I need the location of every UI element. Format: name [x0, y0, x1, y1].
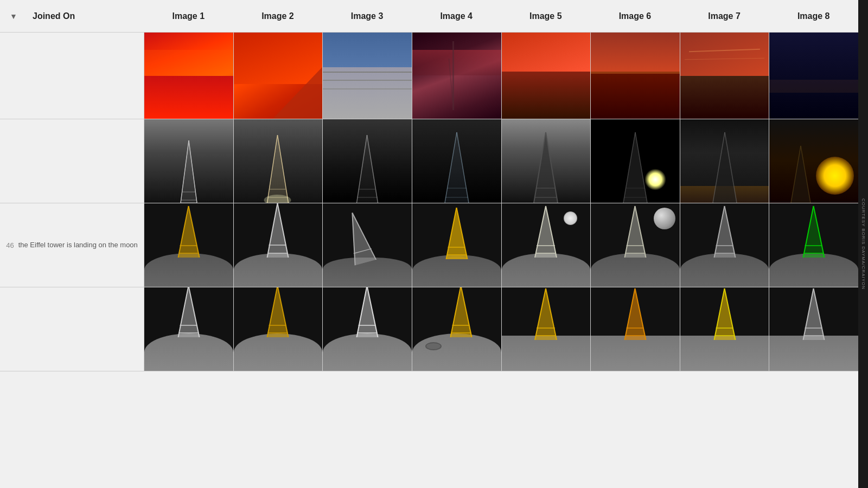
- image-cell[interactable]: [322, 287, 412, 371]
- tower-svg: [263, 203, 293, 258]
- image-cell[interactable]: [412, 119, 501, 203]
- col-header-8: Image 8: [769, 11, 858, 21]
- row-label-cell: [0, 287, 144, 371]
- svg-marker-99: [535, 288, 557, 340]
- tower-svg: [614, 130, 657, 203]
- tower-svg: [353, 287, 382, 337]
- svg-marker-35: [791, 146, 810, 203]
- tower-svg: [799, 203, 829, 258]
- tower-svg: [347, 132, 388, 203]
- svg-marker-27: [623, 132, 647, 203]
- col-header-5: Image 5: [501, 11, 591, 21]
- tower-svg: [710, 203, 739, 258]
- image-cell[interactable]: [322, 119, 412, 203]
- image-cell[interactable]: [680, 119, 769, 203]
- image-cell[interactable]: [233, 287, 323, 371]
- svg-marker-22: [534, 132, 558, 203]
- svg-marker-43: [267, 203, 289, 258]
- tower-svg: [529, 203, 562, 258]
- row-images: [144, 33, 858, 119]
- image-cell[interactable]: [322, 33, 412, 119]
- image-cell[interactable]: [501, 119, 591, 203]
- tower-svg: [263, 287, 293, 337]
- tower-svg: [174, 287, 203, 337]
- image-cell[interactable]: [144, 287, 233, 371]
- image-cell[interactable]: [680, 203, 769, 287]
- image-cell[interactable]: [590, 203, 680, 287]
- image-cell[interactable]: [590, 287, 680, 371]
- col-header-7: Image 7: [680, 11, 769, 21]
- image-cell[interactable]: [680, 33, 769, 119]
- image-cell[interactable]: [680, 287, 769, 371]
- table-row: [0, 119, 858, 203]
- image-cell[interactable]: [412, 203, 501, 287]
- col-header-2: Image 2: [233, 11, 323, 21]
- svg-marker-32: [713, 132, 737, 203]
- svg-marker-38: [178, 206, 199, 258]
- row-images: [144, 203, 858, 287]
- table-row: [0, 33, 858, 119]
- svg-marker-3: [181, 140, 197, 203]
- image-cell[interactable]: [322, 203, 412, 287]
- svg-marker-84: [267, 287, 289, 337]
- row-label-cell: [0, 119, 144, 203]
- tower-svg: [703, 130, 746, 203]
- tower-svg: [799, 287, 829, 340]
- image-cell[interactable]: [769, 287, 858, 371]
- joined-on-header: Joined On: [27, 11, 144, 21]
- image-cell[interactable]: [769, 203, 858, 287]
- tower-svg: [620, 203, 650, 258]
- tower-svg: [435, 130, 478, 203]
- svg-marker-109: [714, 288, 735, 340]
- tower-svg: [524, 130, 567, 203]
- row-label-cell: 46 the Eiffel tower is landing on the mo…: [0, 203, 144, 287]
- main-table: ▼ Joined On Image 1 Image 2 Image 3 Imag…: [0, 0, 858, 488]
- filter-icon[interactable]: ▼: [10, 12, 17, 21]
- image-cell[interactable]: [769, 33, 858, 119]
- svg-marker-79: [178, 287, 199, 337]
- svg-marker-6: [267, 135, 289, 203]
- image-cell[interactable]: [233, 203, 323, 287]
- tower-svg: [442, 205, 471, 259]
- tower-svg: [170, 138, 208, 203]
- svg-marker-52: [446, 208, 467, 259]
- svg-marker-17: [445, 132, 469, 203]
- filter-icon-cell[interactable]: ▼: [0, 12, 27, 21]
- tower-svg: [784, 143, 817, 203]
- tower-svg: [258, 132, 298, 203]
- image-cell[interactable]: [412, 33, 501, 119]
- table-row: 46 the Eiffel tower is landing on the mo…: [0, 203, 858, 287]
- image-cell[interactable]: [501, 33, 591, 119]
- col-header-1: Image 1: [144, 11, 233, 21]
- image-cell[interactable]: [769, 119, 858, 203]
- image-cell[interactable]: [501, 287, 591, 371]
- row-description: the Eiffel tower is landing on the moon: [18, 240, 138, 251]
- image-cell[interactable]: [233, 119, 323, 203]
- image-cell[interactable]: [590, 119, 680, 203]
- tower-svg: [174, 203, 203, 258]
- tower-svg: [620, 287, 650, 340]
- image-cell[interactable]: [501, 203, 591, 287]
- watermark-text: COURTESY BORIS DAYMA/CRAIYON: [861, 198, 866, 290]
- table-row: [0, 287, 858, 371]
- row-images: [144, 287, 858, 371]
- tower-svg: [529, 287, 562, 340]
- table-header: ▼ Joined On Image 1 Image 2 Image 3 Imag…: [0, 0, 858, 33]
- svg-marker-73: [803, 206, 825, 258]
- row-images: [144, 119, 858, 203]
- svg-marker-89: [357, 287, 378, 337]
- col-header-3: Image 3: [322, 11, 412, 21]
- col-header-6: Image 6: [590, 11, 680, 21]
- svg-marker-94: [450, 287, 471, 337]
- svg-marker-104: [624, 288, 646, 340]
- image-cell[interactable]: [144, 119, 233, 203]
- image-cell[interactable]: [412, 287, 501, 371]
- image-cell[interactable]: [233, 33, 323, 119]
- image-cell[interactable]: [144, 203, 233, 287]
- image-cell[interactable]: [590, 33, 680, 119]
- watermark: COURTESY BORIS DAYMA/CRAIYON: [858, 0, 868, 488]
- row-label-cell: [0, 33, 144, 119]
- image-cell[interactable]: [144, 33, 233, 119]
- svg-marker-114: [803, 288, 825, 340]
- svg-marker-12: [357, 135, 378, 203]
